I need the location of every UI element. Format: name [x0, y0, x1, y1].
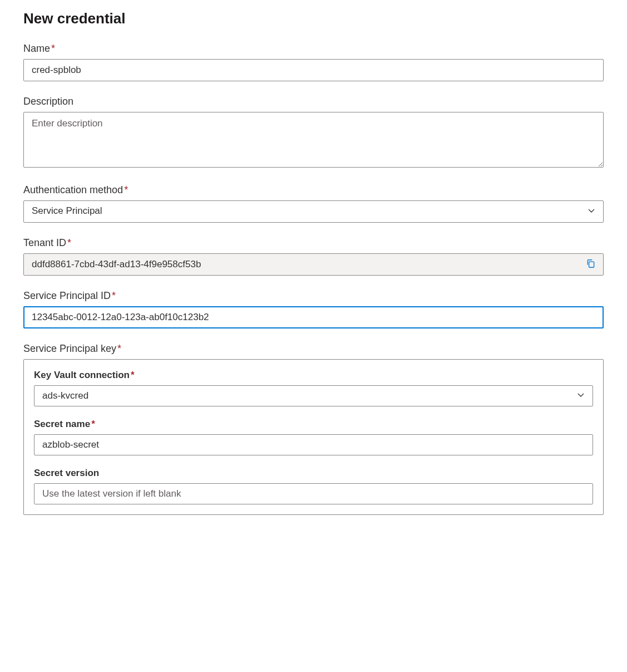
required-asterisk: * [67, 237, 71, 248]
sp-key-label-text: Service Principal key [23, 343, 116, 354]
description-label: Description [23, 96, 604, 107]
copy-button[interactable] [584, 257, 598, 273]
description-field-group: Description [23, 96, 604, 170]
svg-rect-0 [589, 262, 594, 267]
name-field-group: Name* [23, 43, 604, 81]
secret-version-input[interactable] [34, 483, 593, 504]
auth-method-select[interactable]: Service Principal [23, 200, 604, 223]
sp-id-field-group: Service Principal ID* [23, 290, 604, 328]
secret-version-field-group: Secret version [34, 468, 593, 504]
required-asterisk: * [91, 419, 95, 429]
required-asterisk: * [117, 343, 121, 354]
required-asterisk: * [51, 43, 55, 54]
tenant-id-label: Tenant ID* [23, 237, 604, 249]
name-input[interactable] [23, 59, 604, 81]
required-asterisk: * [131, 370, 135, 380]
kv-connection-select[interactable]: ads-kvcred [34, 385, 593, 406]
secret-name-input[interactable] [34, 434, 593, 455]
auth-method-field-group: Authentication method* Service Principal [23, 184, 604, 223]
sp-key-panel: Key Vault connection* ads-kvcred Secret … [23, 359, 604, 515]
required-asterisk: * [124, 184, 128, 195]
tenant-id-field-group: Tenant ID* [23, 237, 604, 276]
secret-name-field-group: Secret name* [34, 419, 593, 455]
description-input[interactable] [23, 112, 604, 168]
auth-method-label-text: Authentication method [23, 184, 123, 195]
name-label-text: Name [23, 43, 50, 54]
tenant-id-label-text: Tenant ID [23, 237, 66, 248]
required-asterisk: * [112, 290, 116, 301]
sp-key-field-group: Service Principal key* Key Vault connect… [23, 343, 604, 515]
kv-connection-field-group: Key Vault connection* ads-kvcred [34, 370, 593, 406]
sp-id-input[interactable] [23, 306, 604, 328]
name-label: Name* [23, 43, 604, 55]
sp-id-label: Service Principal ID* [23, 290, 604, 302]
auth-method-label: Authentication method* [23, 184, 604, 196]
sp-key-label: Service Principal key* [23, 343, 604, 355]
description-label-text: Description [23, 96, 73, 107]
sp-id-label-text: Service Principal ID [23, 290, 111, 301]
page-title: New credential [23, 10, 604, 27]
tenant-id-input [23, 253, 604, 276]
secret-name-label: Secret name* [34, 419, 593, 430]
secret-name-label-text: Secret name [34, 419, 90, 429]
kv-connection-label: Key Vault connection* [34, 370, 593, 381]
kv-connection-label-text: Key Vault connection [34, 370, 130, 380]
secret-version-label-text: Secret version [34, 468, 99, 478]
copy-icon [586, 259, 596, 271]
secret-version-label: Secret version [34, 468, 593, 479]
